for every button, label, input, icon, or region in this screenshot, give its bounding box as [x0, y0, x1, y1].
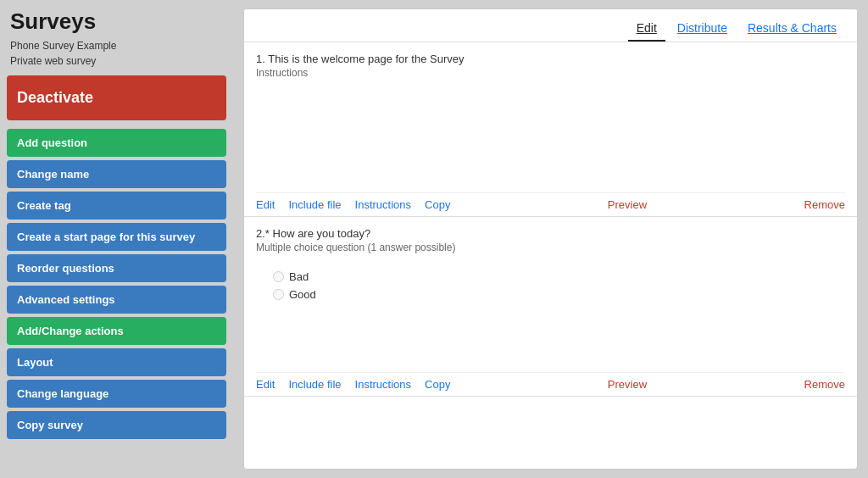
radio-bad[interactable]: [273, 271, 284, 282]
tab-edit[interactable]: Edit: [628, 16, 665, 42]
question-block-1: 1. This is the welcome page for the Surv…: [244, 42, 857, 217]
q2-include-file-link[interactable]: Include file: [288, 378, 341, 391]
tab-distribute[interactable]: Distribute: [669, 16, 736, 42]
radio-good[interactable]: [273, 289, 284, 300]
main-content: Edit Distribute Results & Charts 1. This…: [233, 0, 868, 478]
q1-instructions-link[interactable]: Instructions: [355, 198, 411, 211]
q2-edit-link[interactable]: Edit: [256, 378, 275, 391]
question-2-actions: Edit Include file Instructions Copy Prev…: [256, 372, 845, 396]
add-question-button[interactable]: Add question: [7, 129, 226, 157]
q1-copy-link[interactable]: Copy: [425, 198, 450, 211]
q2-remove-link[interactable]: Remove: [804, 378, 845, 391]
survey-panel: Edit Distribute Results & Charts 1. This…: [243, 8, 858, 470]
tabs-bar: Edit Distribute Results & Charts: [244, 9, 857, 42]
question-1-spacer: [256, 87, 845, 189]
change-language-button[interactable]: Change language: [7, 380, 226, 408]
question-block-2: 2.* How are you today? Multiple choice q…: [244, 217, 857, 397]
question-2-spacer: [256, 318, 845, 369]
tab-results-charts[interactable]: Results & Charts: [739, 16, 845, 42]
question-1-title: 1. This is the welcome page for the Surv…: [256, 53, 845, 65]
advanced-settings-button[interactable]: Advanced settings: [7, 286, 226, 314]
q1-remove-link[interactable]: Remove: [804, 198, 845, 211]
option-bad-label: Bad: [289, 270, 309, 283]
q1-edit-link[interactable]: Edit: [256, 198, 275, 211]
deactivate-button[interactable]: Deactivate: [7, 75, 226, 120]
create-tag-button[interactable]: Create tag: [7, 192, 226, 220]
question-1-actions: Edit Include file Instructions Copy Prev…: [256, 192, 845, 216]
question-2-subtitle: Multiple choice question (1 answer possi…: [256, 242, 845, 253]
survey-subtitle: Phone Survey Example Private web survey: [7, 38, 226, 69]
layout-button[interactable]: Layout: [7, 348, 226, 376]
q1-preview-link[interactable]: Preview: [608, 198, 647, 211]
create-start-page-button[interactable]: Create a start page for this survey: [7, 223, 226, 251]
q2-copy-link[interactable]: Copy: [425, 378, 450, 391]
question-2-options: Bad Good: [256, 262, 845, 318]
sidebar: Surveys Phone Survey Example Private web…: [0, 0, 233, 478]
app-title: Surveys: [7, 8, 226, 35]
option-good: Good: [273, 288, 845, 301]
reorder-questions-button[interactable]: Reorder questions: [7, 254, 226, 282]
question-2-title: 2.* How are you today?: [256, 227, 845, 240]
question-1-subtitle: Instructions: [256, 67, 845, 79]
copy-survey-button[interactable]: Copy survey: [7, 411, 226, 439]
questions-area: 1. This is the welcome page for the Surv…: [244, 42, 857, 469]
q2-instructions-link[interactable]: Instructions: [355, 378, 411, 391]
option-good-label: Good: [289, 288, 316, 301]
add-change-actions-button[interactable]: Add/Change actions: [7, 317, 226, 345]
q2-preview-link[interactable]: Preview: [608, 378, 647, 391]
option-bad: Bad: [273, 270, 845, 283]
q1-include-file-link[interactable]: Include file: [288, 198, 341, 211]
change-name-button[interactable]: Change name: [7, 160, 226, 188]
